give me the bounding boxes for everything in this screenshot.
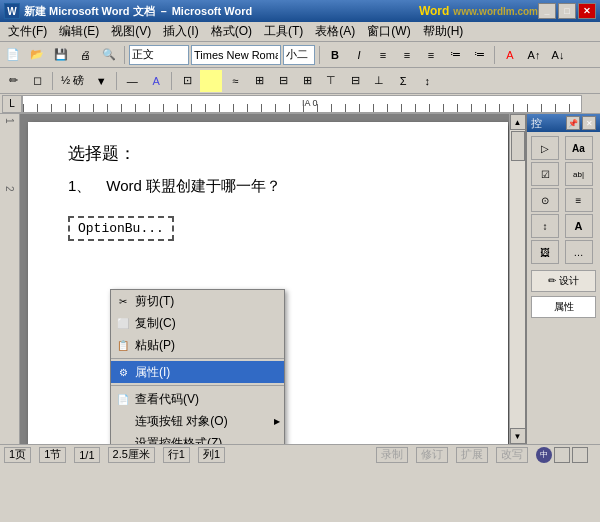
page-marker-2: 2: [4, 186, 15, 192]
align-top-button[interactable]: ⊤: [320, 70, 342, 92]
align-right-button[interactable]: ≡: [420, 44, 442, 66]
panel-icon-image[interactable]: 🖼: [531, 240, 559, 264]
panel-title: 控: [531, 116, 542, 131]
align-mid-button[interactable]: ⊟: [344, 70, 366, 92]
panel-icon-select[interactable]: ▷: [531, 136, 559, 160]
eraser-button[interactable]: ◻: [26, 70, 48, 92]
menu-bar: 文件(F) 编辑(E) 视图(V) 插入(I) 格式(O) 工具(T) 表格(A…: [0, 22, 600, 42]
copy-icon: ⬜: [115, 315, 131, 331]
status-icon-2: [554, 447, 570, 463]
style-input[interactable]: [129, 45, 189, 65]
panel-close-button[interactable]: ✕: [582, 116, 596, 130]
scroll-up-button[interactable]: ▲: [510, 114, 526, 130]
menu-edit[interactable]: 编辑(E): [53, 22, 105, 41]
status-extend: 扩展: [456, 447, 488, 463]
format-toolbar-extra[interactable]: ≈: [224, 70, 246, 92]
align-bot-button[interactable]: ⊥: [368, 70, 390, 92]
ctx-paste[interactable]: 📋 粘贴(P): [111, 334, 284, 356]
menu-help[interactable]: 帮助(H): [417, 22, 470, 41]
line-weight-dropdown[interactable]: ▼: [90, 70, 112, 92]
bold-button[interactable]: B: [324, 44, 346, 66]
minimize-button[interactable]: _: [538, 3, 556, 19]
align-left-button[interactable]: ≡: [372, 44, 394, 66]
doc-area[interactable]: 选择题： 1、 Word 联盟创建于哪一年？ OptionBu... ✂ 剪切(…: [20, 114, 509, 444]
doc-question: 1、 Word 联盟创建于哪一年？: [68, 177, 468, 196]
align-center-button[interactable]: ≡: [396, 44, 418, 66]
panel-properties-button[interactable]: 属性: [531, 296, 596, 318]
ctx-cut[interactable]: ✂ 剪切(T): [111, 290, 284, 312]
panel-icon-checkbox[interactable]: ☑: [531, 162, 559, 186]
separator-2: [319, 46, 320, 64]
title-bar: W 新建 Microsoft Word 文档 － Microsoft Word …: [0, 0, 600, 22]
scroll-thumb[interactable]: [511, 131, 525, 161]
doc-title: 选择题：: [68, 142, 468, 165]
insert-table-button[interactable]: ⊞: [248, 70, 270, 92]
doc-content: 选择题： 1、 Word 联盟创建于哪一年？ OptionBu...: [68, 142, 468, 241]
number-button[interactable]: ≔: [468, 44, 490, 66]
sort-button[interactable]: ↕: [416, 70, 438, 92]
status-record: 录制: [376, 447, 408, 463]
ctx-view-code[interactable]: 📄 查看代码(V): [111, 388, 284, 410]
panel-icon-radio[interactable]: ⊙: [531, 188, 559, 212]
panel-icon-label[interactable]: A: [565, 214, 593, 238]
panel-icon-combobox[interactable]: ↕: [531, 214, 559, 238]
scroll-track[interactable]: [510, 130, 525, 428]
panel-design-mode[interactable]: ✏ 设计: [527, 268, 600, 294]
ctx-copy[interactable]: ⬜ 复制(C): [111, 312, 284, 334]
font-color-button[interactable]: A: [499, 44, 521, 66]
font-size-up-button[interactable]: A↑: [523, 44, 545, 66]
app-icon: W: [4, 3, 20, 19]
maximize-button[interactable]: □: [558, 3, 576, 19]
ctx-copy-label: 复制(C): [135, 315, 176, 332]
status-lang-icon: 中: [536, 447, 552, 463]
panel-pin-button[interactable]: 📌: [566, 116, 580, 130]
menu-format[interactable]: 格式(O): [205, 22, 258, 41]
ruler-corner[interactable]: L: [2, 95, 22, 113]
close-button[interactable]: ✕: [578, 3, 596, 19]
ctx-object[interactable]: 连项按钮 对象(O): [111, 410, 284, 432]
format-btn-1[interactable]: —: [121, 70, 143, 92]
save-button[interactable]: 💾: [50, 44, 72, 66]
size-input[interactable]: [283, 45, 315, 65]
context-menu: ✂ 剪切(T) ⬜ 复制(C) 📋 粘贴(P) ⚙ 属性(I) 📄 查看代码(V…: [110, 289, 285, 444]
menu-file[interactable]: 文件(F): [2, 22, 53, 41]
option-button-control[interactable]: OptionBu...: [68, 216, 174, 241]
status-icon-3: [572, 447, 588, 463]
panel-icon-listbox[interactable]: ≡: [565, 188, 593, 212]
menu-window[interactable]: 窗口(W): [361, 22, 416, 41]
italic-button[interactable]: I: [348, 44, 370, 66]
font-input[interactable]: [191, 45, 281, 65]
merge-cell-button[interactable]: ⊟: [272, 70, 294, 92]
menu-tools[interactable]: 工具(T): [258, 22, 309, 41]
option-btn-row: OptionBu...: [68, 216, 468, 241]
status-overtype: 改写: [496, 447, 528, 463]
ctx-paste-label: 粘贴(P): [135, 337, 175, 354]
border-color-button[interactable]: A: [145, 70, 167, 92]
shading-button[interactable]: [200, 70, 222, 92]
vertical-scrollbar[interactable]: ▲ ▼: [509, 114, 525, 444]
outside-border-button[interactable]: ⊡: [176, 70, 198, 92]
ctx-set-format[interactable]: 设置控件格式(Z)...: [111, 432, 284, 444]
draw-table-button[interactable]: ✏: [2, 70, 24, 92]
preview-button[interactable]: 🔍: [98, 44, 120, 66]
open-button[interactable]: 📂: [26, 44, 48, 66]
font-size-down-button[interactable]: A↓: [547, 44, 569, 66]
format-icon: [115, 435, 131, 444]
panel-icon-more[interactable]: …: [565, 240, 593, 264]
line-weight-label: ½ 磅: [57, 73, 88, 88]
menu-view[interactable]: 视图(V): [105, 22, 157, 41]
panel-icon-text[interactable]: Aa: [565, 136, 593, 160]
print-button[interactable]: 🖨: [74, 44, 96, 66]
ctx-properties[interactable]: ⚙ 属性(I): [111, 361, 284, 383]
panel-icon-textfield[interactable]: ab|: [565, 162, 593, 186]
bullet-button[interactable]: ≔: [444, 44, 466, 66]
menu-insert[interactable]: 插入(I): [157, 22, 204, 41]
design-mode-button[interactable]: ✏ 设计: [531, 270, 596, 292]
split-cell-button[interactable]: ⊞: [296, 70, 318, 92]
ctx-sep-2: [111, 385, 284, 386]
menu-table[interactable]: 表格(A): [309, 22, 361, 41]
auto-sum-button[interactable]: Σ: [392, 70, 414, 92]
panel-properties-area: 属性: [527, 294, 600, 320]
scroll-down-button[interactable]: ▼: [510, 428, 526, 444]
new-button[interactable]: 📄: [2, 44, 24, 66]
